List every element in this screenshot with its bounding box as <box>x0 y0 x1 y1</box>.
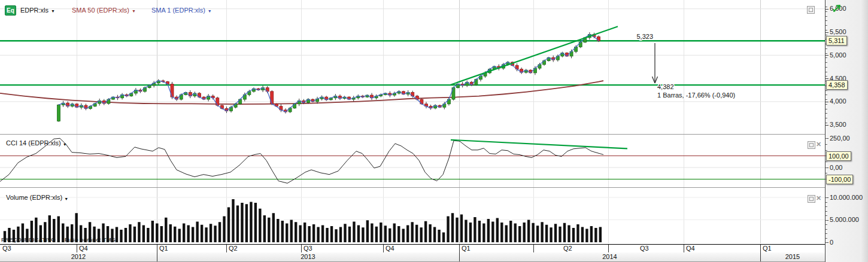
x-axis-quarter-label: Q4 <box>386 245 394 252</box>
axis-value-tag: -100,00 <box>826 175 853 184</box>
quarter-separator <box>760 245 761 252</box>
x-axis-quarter-label: Q1 <box>159 245 168 252</box>
restore-cci-panel-icon[interactable] <box>808 141 815 149</box>
cci-panel-label: CCI 14 (EDPR:xls) <box>6 139 61 147</box>
axis-value-tag: 5,311 <box>826 36 847 45</box>
cci-axis-label: 250,00 <box>830 135 850 142</box>
sma50-label: SMA 50 (EDPR:xls) <box>72 7 129 14</box>
svg-text:1 Barras, -17,66% (-0,940): 1 Barras, -17,66% (-0,940) <box>657 92 735 99</box>
chevron-down-icon[interactable]: ▼ <box>51 9 55 13</box>
quarter-separator <box>226 245 227 252</box>
chevron-down-icon[interactable]: ▼ <box>208 9 212 13</box>
svg-text:4,382: 4,382 <box>657 83 674 90</box>
x-axis-quarter-label: Q2 <box>229 245 238 252</box>
quarter-separator <box>301 245 302 252</box>
svg-text:5,323: 5,323 <box>636 33 653 40</box>
quarter-separator <box>77 245 77 252</box>
x-axis-year-label: 2013 <box>157 252 459 261</box>
instrument-selector[interactable]: Eq EDPR:xls ▼ <box>5 5 55 16</box>
x-axis-quarter-label: Q2 <box>563 245 572 252</box>
minor-ticks <box>825 197 827 243</box>
price-axis-label: 5,500 <box>830 28 846 36</box>
x-axis-quarter-label: Q3 <box>304 245 312 252</box>
x-axis-quarter-label: Q3 <box>2 245 11 252</box>
chart-canvas[interactable]: PREÇO INDICATIVOFuso horário: TMG5,3234,… <box>0 0 825 262</box>
x-axis-quarter-label: Q1 <box>763 245 772 252</box>
x-axis-quarter-label: Q4 <box>79 245 88 252</box>
sma50-selector[interactable]: SMA 50 (EDPR:xls) ▼ <box>72 5 136 16</box>
price-axis-label: 5,000 <box>830 51 846 59</box>
chevron-down-icon[interactable]: ▼ <box>64 197 68 201</box>
quarter-separator <box>608 245 609 252</box>
chevron-down-icon[interactable]: ▼ <box>132 9 136 13</box>
chart-window: PREÇO INDICATIVOFuso horário: TMG5,3234,… <box>0 0 868 262</box>
equity-logo-icon: Eq <box>5 5 16 16</box>
axis-value-tag: 100,00 <box>826 151 851 161</box>
quarter-separator <box>157 245 157 252</box>
close-cci-panel-icon[interactable]: ✕ <box>815 141 822 148</box>
quarter-separator <box>533 245 534 252</box>
quarter-axis-row[interactable]: Q3Q4Q1Q2Q3Q4Q1Q2Q3Q4Q1 <box>0 244 825 253</box>
x-axis-year-label: 2012 <box>0 252 157 261</box>
x-axis-quarter-label: Q4 <box>686 245 695 252</box>
volume-axis-label: 5.000.000 <box>830 216 859 224</box>
sma1-selector[interactable]: SMA 1 (EDPR:xls) ▼ <box>151 5 212 16</box>
quarter-separator <box>383 245 384 252</box>
minor-ticks <box>825 7 827 127</box>
cci-axis-label: 0,00 <box>830 164 842 172</box>
x-axis-quarter-label: Q3 <box>640 245 649 252</box>
x-axis-year-label: 2015 <box>760 252 825 261</box>
volume-panel-label: Volume (EDPR:xls) <box>6 194 62 201</box>
sma1-label: SMA 1 (EDPR:xls) <box>151 7 205 14</box>
restore-volume-panel-icon[interactable] <box>808 195 815 203</box>
window-edge <box>860 0 868 262</box>
x-axis-quarter-label: Q1 <box>462 245 471 252</box>
chevron-down-icon[interactable]: ▼ <box>63 142 67 147</box>
x-axis-year-label: 2014 <box>459 252 760 261</box>
quarter-separator <box>684 245 684 252</box>
year-axis-row[interactable]: 2012201320142015 <box>0 252 825 262</box>
cci-panel-selector[interactable]: CCI 14 (EDPR:xls) ▼ <box>6 139 67 147</box>
axis-value-tag: 4,358 <box>826 80 848 90</box>
volume-axis-label: 0 <box>830 239 833 246</box>
restore-panel-icon[interactable] <box>807 6 815 14</box>
close-volume-panel-icon[interactable]: ✕ <box>815 195 822 202</box>
quarter-separator <box>459 245 460 252</box>
volume-panel-selector[interactable]: Volume (EDPR:xls) ▼ <box>6 194 68 201</box>
trend-arrow-cursor-icon[interactable] <box>832 2 843 13</box>
volume-axis-label: 10.000.000 <box>830 194 863 202</box>
instrument-label: EDPR:xls <box>20 7 48 14</box>
price-axis-label: 4,000 <box>830 98 846 105</box>
price-axis-label: 3,500 <box>830 121 846 129</box>
